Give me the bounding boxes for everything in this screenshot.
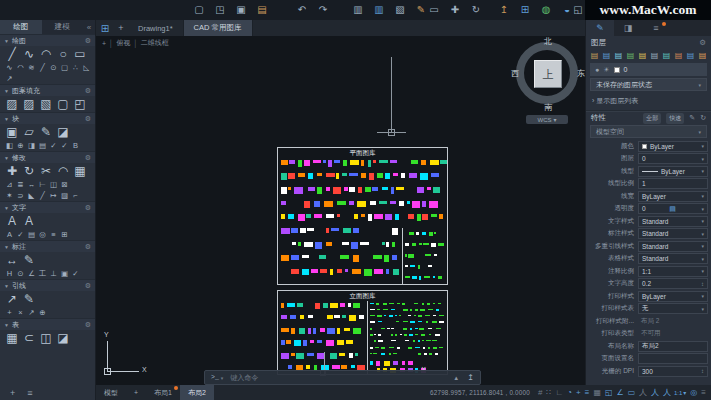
chevron-down-icon[interactable]: ▾ — [701, 168, 704, 174]
line-icon[interactable]: ╱ — [5, 47, 19, 61]
match-properties-icon[interactable]: ✎ — [415, 3, 427, 16]
chevron-down-icon[interactable]: ▾ — [701, 268, 704, 274]
attach-icon[interactable]: ✓ — [49, 141, 58, 150]
hatch-edit-icon[interactable]: ◰ — [73, 97, 87, 111]
unlock-layer-icon[interactable]: ▤ — [649, 50, 660, 61]
move-icon[interactable]: ✚ — [5, 164, 19, 178]
layer-list-row[interactable]: ● ☀ 0 — [590, 63, 707, 76]
palette-section-header[interactable]: ▼表⚙ — [0, 318, 95, 330]
text-edit-icon[interactable]: A — [22, 214, 36, 228]
palette-add-icon[interactable]: + — [10, 388, 15, 398]
wcs-dropdown[interactable]: WCS ▾ — [526, 115, 568, 124]
create-block-icon[interactable]: ▱ — [22, 125, 36, 139]
define-attribute-icon[interactable]: ◪ — [56, 125, 70, 139]
undo-icon[interactable]: ↶ — [296, 3, 308, 16]
chevron-down-icon[interactable]: ▾ — [701, 293, 704, 299]
viewcube-east[interactable]: 东 — [577, 69, 585, 79]
sync-attributes-icon[interactable]: ◨ — [27, 141, 36, 150]
layer-settings-icon[interactable]: ⚙ — [699, 38, 706, 47]
single-text-icon[interactable]: A — [5, 230, 14, 239]
align-leaders-icon[interactable]: ↗ — [27, 308, 36, 317]
palette-section-header[interactable]: ▼绘图⚙ — [0, 34, 95, 46]
dim-style-icon[interactable]: ▣ — [60, 269, 69, 278]
viewcube-south[interactable]: 南 — [510, 103, 586, 113]
base-point-icon[interactable]: ⊕ — [16, 141, 25, 150]
prop-value-field[interactable]: Standard▾ — [638, 216, 708, 227]
point-icon[interactable]: ⊙ — [49, 63, 58, 72]
props-quick-button[interactable]: 快速 — [666, 113, 684, 124]
gear-icon[interactable]: ⚙ — [85, 115, 91, 123]
tab-sheets[interactable]: ◨ — [614, 20, 642, 36]
trim-icon[interactable]: ✂ — [39, 164, 53, 178]
palette-section-header[interactable]: ▼引线⚙ — [0, 279, 95, 291]
command-history-icon[interactable]: ▲ — [453, 375, 459, 381]
export-icon[interactable]: ↥ — [498, 3, 510, 16]
fillet-icon[interactable]: ◠ — [56, 164, 70, 178]
scale-icon[interactable]: ↔ — [27, 180, 36, 189]
ortho-toggle-icon[interactable]: ∟ — [555, 385, 563, 400]
mtext-icon[interactable]: A — [5, 214, 19, 228]
document-tab-0[interactable]: Drawing1* — [128, 20, 184, 36]
baseline-dim-icon[interactable]: 工 — [38, 269, 47, 278]
multiline-icon[interactable]: ≋ — [27, 63, 36, 72]
prop-value-field[interactable]: Standard▾ — [638, 228, 708, 239]
save-icon[interactable]: ▣ — [235, 3, 247, 16]
viewcube[interactable]: 北 南 西 东 上 — [510, 37, 586, 113]
chevron-down-icon[interactable]: ▾ — [701, 206, 704, 212]
selection-box-icon[interactable]: ▭ — [428, 3, 440, 16]
chevron-down-icon[interactable]: ▾ — [701, 156, 704, 162]
add-leader-icon[interactable]: + — [5, 308, 14, 317]
gear-icon[interactable]: ⚙ — [85, 154, 91, 162]
wipeout-icon[interactable]: ◺ — [82, 63, 91, 72]
chevron-down-icon[interactable]: ▾ — [701, 243, 704, 249]
add-layout-tab[interactable]: + — [126, 385, 146, 400]
gear-icon[interactable]: ⚙ — [85, 204, 91, 212]
grid-toggle-icon[interactable]: # — [538, 385, 542, 400]
bind-icon[interactable]: B — [71, 141, 80, 150]
write-block-icon[interactable]: ◧ — [5, 141, 14, 150]
prop-value-field[interactable]: Standard▾ — [638, 241, 708, 252]
find-replace-icon[interactable]: ◎ — [38, 230, 47, 239]
block-editor-icon[interactable]: ✎ — [39, 125, 53, 139]
gear-icon[interactable]: ⚙ — [85, 321, 91, 329]
model-tab[interactable]: 模型 — [96, 385, 126, 400]
open-file-icon[interactable]: ◳ — [214, 3, 226, 16]
refresh-properties-icon[interactable]: ↻ — [700, 114, 706, 122]
snap-toggle-icon[interactable]: ∷ — [546, 385, 551, 400]
tolerance-icon[interactable]: ✓ — [71, 269, 80, 278]
copy-icon[interactable]: ◫ — [49, 180, 58, 189]
auto-scale-icon[interactable]: 人 — [651, 385, 659, 400]
prop-value-field[interactable]: 1:1▾ — [638, 266, 708, 277]
new-file-icon[interactable]: ▢ — [193, 3, 205, 16]
isodraft-icon[interactable]: ◔ — [567, 385, 572, 400]
layout1-tab[interactable]: 布局1 — [146, 385, 180, 400]
transparency-toggle-icon[interactable]: ▦ — [593, 385, 601, 400]
chamfer-icon[interactable]: ◣ — [27, 191, 36, 200]
remove-leader-icon[interactable]: × — [16, 308, 25, 317]
pan-icon[interactable]: ✚ — [449, 3, 461, 16]
prop-value-field[interactable]: ByLayer▾ — [638, 191, 708, 202]
dynamic-ucs-icon[interactable]: ▭ — [628, 385, 636, 400]
palette-tab-draw[interactable]: 绘图 — [0, 20, 42, 34]
prop-value-field[interactable]: ByLayer▾ — [638, 291, 708, 302]
freeze-layer-icon[interactable]: ▤ — [613, 50, 624, 61]
edit-properties-icon[interactable]: ✎ — [689, 114, 695, 122]
prop-value-field[interactable]: 0.2↕ — [638, 278, 708, 289]
edit-attribute-icon[interactable]: ▤ — [38, 141, 47, 150]
rotate-icon[interactable]: ↻ — [22, 164, 36, 178]
chevron-down-icon[interactable]: ▾ — [701, 306, 704, 312]
join-icon[interactable]: ⊃ — [16, 191, 25, 200]
divide-icon[interactable]: ∴ — [71, 63, 80, 72]
table-icon[interactable]: ▦ — [5, 331, 19, 345]
hatch-icon[interactable]: ▨ — [5, 97, 19, 111]
palette-section-header[interactable]: ▼修改⚙ — [0, 151, 95, 163]
hatch-pattern-icon[interactable]: ▨ — [22, 97, 36, 111]
arc-icon[interactable]: ◠ — [39, 47, 53, 61]
prop-value-field[interactable]: ByLayer▾ — [638, 141, 708, 152]
layer-state-dropdown[interactable]: 未保存的图层状态 ▾ — [590, 78, 707, 91]
viewcube-north[interactable]: 北 — [510, 37, 586, 47]
spell-check-icon[interactable]: ✓ — [16, 230, 25, 239]
command-bar[interactable]: >_ ▾ 键入命令 ▲ ↥ — [204, 370, 481, 385]
lineweight-icon[interactable]: ≡ — [585, 385, 590, 400]
isolate-layer-icon[interactable]: ▤ — [685, 50, 696, 61]
